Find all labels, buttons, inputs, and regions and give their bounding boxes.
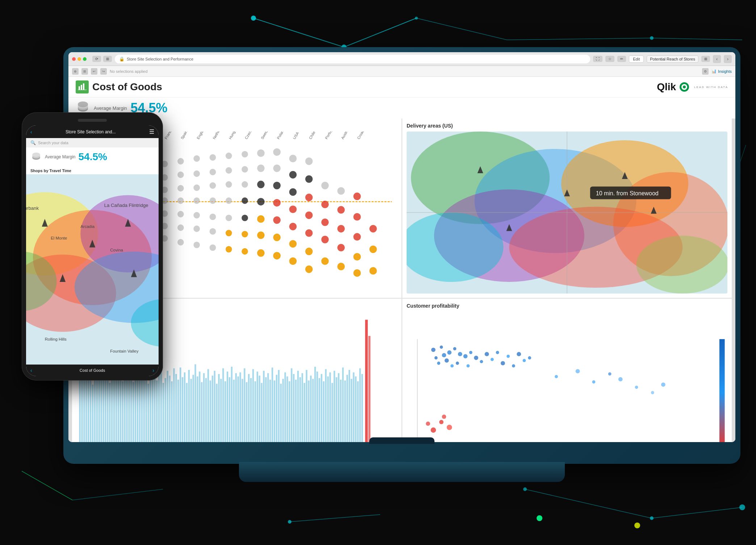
laptop-base	[239, 462, 565, 482]
svg-point-121	[242, 197, 248, 204]
undo-icon[interactable]: ↩	[91, 68, 97, 75]
phone-next-button[interactable]: ›	[152, 367, 154, 373]
svg-point-329	[440, 346, 443, 349]
svg-rect-264	[368, 336, 370, 442]
svg-point-148	[305, 194, 313, 201]
svg-point-96	[177, 239, 184, 246]
phone-section-title: Shops by Travel Time	[26, 166, 159, 174]
svg-rect-286	[282, 379, 284, 442]
svg-point-158	[337, 187, 345, 195]
svg-rect-270	[248, 374, 249, 442]
svg-rect-289	[289, 381, 290, 442]
svg-text:Austria: Austria	[340, 132, 350, 140]
pencil-icon[interactable]: ✏	[617, 56, 626, 62]
svg-line-12	[652, 507, 742, 518]
svg-line-1	[344, 18, 416, 47]
svg-rect-257	[224, 381, 226, 442]
phone-prev-button[interactable]: ‹	[30, 367, 32, 373]
svg-point-139	[289, 155, 297, 162]
settings-icon[interactable]: ⚙	[702, 68, 709, 75]
phone-menu-icon[interactable]: ☰	[149, 128, 154, 135]
svg-point-102	[193, 225, 200, 232]
svg-point-364	[442, 415, 446, 419]
main-content: Cost of Goods Qlik LEAD WITH DATA	[68, 77, 735, 442]
svg-text:Arcadia: Arcadia	[80, 224, 95, 229]
svg-rect-231	[169, 376, 170, 442]
svg-rect-275	[259, 376, 260, 442]
svg-rect-258	[227, 371, 228, 442]
svg-point-170	[369, 267, 377, 275]
browser-dots	[72, 57, 87, 61]
svg-point-357	[618, 377, 623, 382]
svg-point-358	[635, 386, 638, 389]
svg-point-339	[456, 362, 459, 365]
svg-point-352	[528, 356, 531, 359]
browser-controls: ⟳ ⊞	[92, 56, 112, 62]
phone-kpi-value: 54.5%	[79, 151, 107, 163]
refresh-icon[interactable]: ⟳	[92, 56, 101, 62]
svg-rect-223	[152, 376, 153, 442]
chart-icon[interactable]: ⊞	[701, 56, 710, 62]
svg-point-120	[242, 181, 248, 188]
svg-point-100	[193, 197, 200, 204]
svg-rect-297	[306, 370, 307, 442]
screen-icon[interactable]: ⛶	[593, 56, 602, 62]
svg-text:Czechoslovakia: Czechoslovakia	[244, 132, 261, 140]
svg-rect-210	[124, 371, 125, 442]
redo-icon[interactable]: ↪	[100, 68, 107, 75]
svg-rect-295	[302, 373, 303, 442]
svg-text:Portugal: Portugal	[324, 132, 335, 140]
svg-point-168	[369, 225, 377, 233]
close-dot[interactable]	[72, 57, 76, 61]
svg-rect-320	[355, 376, 356, 442]
laptop-screen: ⟳ ⊞ 🔒 Store Site Selection and Performan…	[68, 52, 735, 442]
svg-rect-310	[333, 371, 335, 442]
bookmark-icon[interactable]: ☆	[605, 56, 614, 62]
address-bar[interactable]: 🔒 Store Site Selection and Performance	[115, 55, 590, 63]
maximize-dot[interactable]	[83, 57, 87, 61]
svg-rect-196	[94, 370, 96, 442]
svg-point-138	[273, 252, 281, 259]
svg-text:Netherlands: Netherlands	[212, 132, 226, 140]
insights-button[interactable]: 📊 Insights	[711, 69, 732, 74]
svg-point-166	[353, 253, 361, 261]
svg-point-142	[289, 205, 297, 213]
svg-point-356	[608, 372, 612, 375]
svg-rect-236	[180, 367, 181, 442]
phone-app-title: Store Site Selection and...	[66, 129, 116, 134]
svg-rect-308	[329, 373, 331, 442]
svg-rect-263	[365, 320, 368, 442]
next-button[interactable]: ›	[724, 55, 732, 63]
svg-point-363	[447, 425, 452, 430]
grid-icon[interactable]: ⊞	[103, 56, 112, 62]
svg-rect-232	[171, 381, 172, 442]
minimize-dot[interactable]	[77, 57, 81, 61]
svg-rect-296	[304, 383, 305, 442]
svg-point-20	[537, 515, 542, 521]
svg-rect-222	[150, 371, 151, 442]
prev-button[interactable]: ‹	[713, 55, 721, 63]
phone-search-input[interactable]: Search your data	[38, 141, 154, 145]
edit-button[interactable]: Edit	[629, 55, 644, 63]
svg-point-332	[442, 353, 446, 357]
svg-point-341	[474, 356, 478, 360]
svg-rect-291	[293, 374, 294, 442]
svg-text:Poland: Poland	[276, 132, 286, 140]
svg-rect-247	[203, 373, 205, 442]
phone-kpi-label: Average Margin	[45, 154, 76, 159]
svg-rect-203	[109, 383, 110, 442]
svg-rect-301	[314, 367, 316, 442]
svg-line-6	[507, 38, 652, 40]
laptop-body: ⟳ ⊞ 🔒 Store Site Selection and Performan…	[63, 47, 740, 464]
svg-rect-221	[147, 384, 149, 442]
svg-rect-323	[361, 374, 363, 442]
svg-rect-212	[128, 380, 130, 442]
svg-rect-278	[265, 377, 266, 442]
svg-rect-194	[90, 373, 91, 442]
select-icon[interactable]: ⊞	[81, 68, 88, 75]
svg-point-116	[226, 230, 232, 236]
zoom-icon[interactable]: ⊕	[72, 68, 79, 75]
svg-point-134	[273, 182, 281, 190]
svg-point-167	[353, 269, 361, 277]
phone-back-button[interactable]: ‹	[30, 129, 32, 135]
